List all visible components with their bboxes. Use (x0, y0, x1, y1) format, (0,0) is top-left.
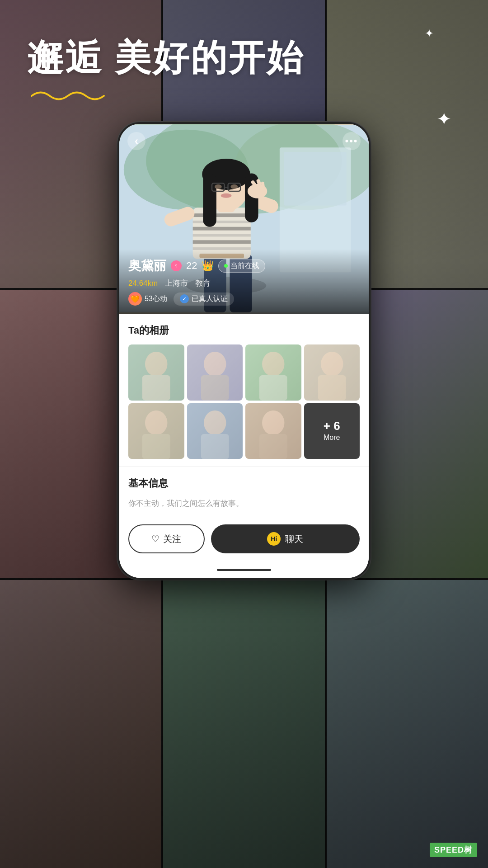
hero-section: 邂逅 美好的开始 (27, 36, 305, 109)
basic-info-title: 基本信息 (128, 476, 360, 490)
album-photo-7[interactable] (245, 403, 301, 459)
profile-name: 奥黛丽 (128, 257, 166, 274)
sparkle-decoration-2: ✦ (436, 108, 452, 129)
svg-point-47 (145, 410, 167, 435)
svg-rect-39 (201, 375, 229, 401)
menu-icon: ••• (345, 135, 358, 147)
chat-label: 聊天 (285, 533, 303, 545)
home-bar (217, 569, 271, 571)
album-photo-2[interactable] (187, 344, 243, 401)
profile-age: 22 (186, 260, 197, 272)
chat-button[interactable]: Hi 聊天 (211, 524, 360, 553)
hero-wave (27, 87, 305, 109)
content-area: Ta的相册 (119, 314, 369, 578)
chat-hi-text: Hi (271, 535, 277, 542)
heart-outline-icon: ♡ (151, 533, 160, 544)
menu-button[interactable]: ••• (343, 132, 361, 150)
online-status: 当前在线 (230, 261, 259, 271)
svg-rect-14 (193, 240, 251, 244)
svg-rect-42 (259, 375, 287, 401)
svg-point-24 (215, 184, 222, 189)
follow-label: 关注 (163, 533, 181, 545)
basic-info-section: 基本信息 你不主动，我们之间怎么有故事。 (119, 466, 369, 517)
svg-point-53 (262, 410, 284, 435)
svg-point-50 (204, 410, 226, 435)
album-photo-5[interactable] (128, 403, 184, 459)
album-photo-4[interactable] (304, 344, 360, 401)
svg-rect-54 (259, 434, 287, 459)
back-icon: ‹ (135, 135, 138, 147)
svg-point-44 (321, 352, 343, 376)
svg-line-32 (263, 183, 263, 187)
album-photo-6[interactable] (187, 403, 243, 459)
album-more-button[interactable]: + 6 More (304, 403, 360, 459)
hearts-count: 53心动 (145, 294, 167, 304)
svg-line-30 (253, 182, 255, 185)
profile-photo-area: ‹ ••• 奥黛丽 ♀ 22 👑 当前在线 2 (119, 124, 369, 314)
album-photo-3[interactable] (245, 344, 301, 401)
album-photo-1[interactable] (128, 344, 184, 401)
heart-icon: 🧡 (128, 292, 142, 306)
chat-hi-badge: Hi (267, 532, 281, 546)
crown-icon: 👑 (202, 260, 214, 272)
sparkle-decoration-1: ✦ (425, 27, 434, 40)
album-title: Ta的相册 (128, 324, 360, 337)
svg-point-38 (204, 352, 226, 376)
more-label: More (324, 434, 340, 442)
svg-rect-10 (193, 213, 251, 217)
profile-distance: 24.64km (128, 279, 158, 288)
svg-point-35 (145, 352, 167, 376)
svg-rect-22 (203, 173, 216, 226)
verified-icon: ✓ (180, 294, 189, 303)
more-count: + 6 (324, 420, 340, 432)
svg-line-31 (258, 181, 260, 184)
svg-rect-48 (142, 434, 170, 459)
follow-button[interactable]: ♡ 关注 (128, 524, 205, 553)
profile-info-overlay: 奥黛丽 ♀ 22 👑 当前在线 24.64km 上海市 教育 🧡 (119, 249, 369, 314)
svg-rect-11 (193, 221, 251, 223)
svg-rect-36 (142, 375, 170, 401)
svg-rect-5 (284, 152, 347, 205)
profile-city: 上海市 (165, 278, 188, 288)
online-dot (224, 264, 228, 268)
svg-point-25 (230, 184, 238, 189)
svg-rect-12 (193, 227, 251, 231)
watermark: SPEED树 (430, 843, 477, 857)
verified-text: 已真人认证 (192, 294, 228, 304)
hero-title: 邂逅 美好的开始 (27, 36, 305, 80)
svg-point-33 (221, 193, 232, 198)
album-section: Ta的相册 (119, 314, 369, 459)
profile-description: 你不主动，我们之间怎么有故事。 (128, 497, 360, 509)
profile-occupation: 教育 (195, 278, 211, 288)
heart-badge: 🧡 53心动 (128, 292, 167, 306)
online-badge: 当前在线 (218, 259, 265, 273)
phone-frame: ‹ ••• 奥黛丽 ♀ 22 👑 当前在线 2 (117, 122, 371, 580)
svg-point-41 (262, 352, 284, 376)
verified-badge: ✓ 已真人认证 (174, 292, 234, 306)
svg-rect-13 (193, 234, 251, 237)
action-bar: ♡ 关注 Hi 聊天 (119, 517, 369, 564)
svg-rect-45 (318, 375, 346, 401)
home-indicator (119, 564, 369, 578)
svg-rect-51 (201, 434, 229, 459)
back-button[interactable]: ‹ (127, 132, 145, 150)
album-grid: + 6 More (128, 344, 360, 459)
gender-icon: ♀ (171, 260, 182, 271)
